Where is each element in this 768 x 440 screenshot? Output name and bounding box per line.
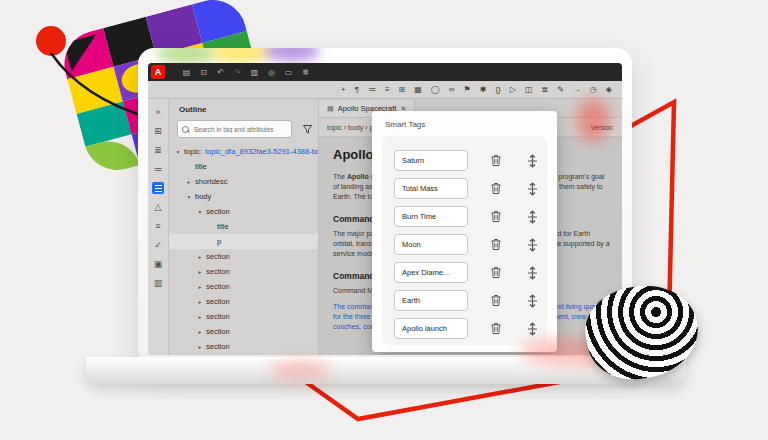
paragraph-icon[interactable]: ¶ [355,86,359,94]
tag-name-input[interactable]: Saturn [394,150,468,171]
move-vertical-icon [526,322,539,336]
tree-item[interactable]: title [169,219,318,234]
bezel-color-bleed [264,48,320,61]
insert-icon[interactable]: + [341,86,346,94]
crop-icon[interactable]: ▭ [283,68,294,77]
structure-icon[interactable]: ≣ [541,86,548,94]
search-input[interactable] [192,125,287,134]
tree-item[interactable]: ▸ section [169,279,318,294]
flag-icon[interactable]: ⚑ [464,86,471,94]
tree-caret-icon[interactable]: ▸ [197,329,203,335]
tree-caret-icon[interactable]: ▸ [197,344,203,350]
list-view-icon[interactable]: ≔ [154,163,163,175]
smart-tag-row: Saturn [394,150,547,171]
undo-icon[interactable]: ↶ [215,68,226,77]
reorder-tag-handle[interactable] [526,154,539,168]
layers-icon[interactable]: ≣ [154,144,162,156]
reorder-tag-handle[interactable] [526,238,539,252]
reorder-tag-handle[interactable] [526,322,539,336]
smart-tag-row: Apex Diame... [394,262,547,283]
bullet-list-icon[interactable]: ≡ [385,86,390,94]
record-icon[interactable]: ◯ [431,86,440,94]
tag-name-input[interactable]: Apex Diame... [394,262,468,283]
trash-icon [490,238,502,251]
link-icon[interactable]: ∞ [449,86,455,94]
tree-item[interactable]: ▸ section [169,309,318,324]
tree-caret-icon[interactable]: ▾ [175,149,181,155]
reorder-tag-handle[interactable] [526,210,539,224]
move-vertical-icon [526,294,539,308]
tree-item[interactable]: p [169,234,318,249]
tree-caret-icon[interactable]: ▸ [186,179,192,185]
outline-panel: Outline [169,99,319,355]
tree-caret-icon[interactable]: ▾ [186,194,192,200]
table-icon[interactable]: ⊞ [399,86,406,94]
filter-button[interactable] [300,125,314,134]
image-panel-icon[interactable]: ▣ [154,258,163,270]
breadcrumb[interactable]: topic › body › p [327,124,373,131]
tree-caret-icon[interactable]: ▾ [197,209,203,215]
reorder-tag-handle[interactable] [526,266,539,280]
code-icon[interactable]: {} [495,86,500,94]
media-icon[interactable]: ▷ [510,86,516,94]
grid-view-icon[interactable]: ⊞ [154,125,162,137]
image-icon[interactable]: ▦ [414,86,422,94]
history-icon[interactable]: ◷ [590,86,597,94]
adobe-logo: A [151,65,165,79]
bezel-color-bleed [156,48,216,64]
edit-icon[interactable]: ✎ [557,86,564,94]
delete-tag-button[interactable] [490,238,502,251]
tree-item[interactable]: ▸ shortdesc [169,174,318,189]
tree-caret-icon[interactable]: ▸ [197,314,203,320]
review-check-icon[interactable]: ✓ [154,239,162,251]
search-icon[interactable]: ◎ [266,68,277,77]
move-vertical-icon [526,210,539,224]
tree-item[interactable]: ▾ section [169,204,318,219]
indent-icon[interactable]: → [573,86,581,94]
trash-icon [490,294,502,307]
tree-caret-icon[interactable]: ▸ [197,269,203,275]
tag-name-input[interactable]: Burn Time [394,206,468,227]
numbered-list-icon[interactable]: ≔ [368,86,376,94]
redo-icon[interactable]: ↷ [232,68,243,77]
delete-tag-button[interactable] [490,154,502,167]
tag-name-input[interactable]: Moon [394,234,468,255]
move-vertical-icon [526,182,539,196]
tree-item[interactable]: ▸ section [169,249,318,264]
tree-item[interactable]: ▸ section [169,264,318,279]
tree-item[interactable]: ▸ section [169,324,318,339]
tree-caret-icon[interactable]: ▸ [197,284,203,290]
paste-icon[interactable]: ▥ [249,68,260,77]
delete-tag-button[interactable] [490,294,502,307]
book-panel-icon[interactable]: ▥ [154,277,163,289]
smart-tags-dialog: Smart Tags Saturn [372,111,557,352]
save-icon[interactable]: ▤ [181,68,192,77]
open-icon[interactable]: ⊡ [198,68,209,77]
component-icon[interactable]: ◫ [525,86,533,94]
settings-icon[interactable]: ✲ [300,68,311,77]
shapes-icon[interactable]: △ [155,201,162,213]
tag-name-input[interactable]: Earth [394,290,468,311]
reorder-tag-handle[interactable] [526,294,539,308]
tree-caret-icon[interactable]: ▸ [197,299,203,305]
tree-caret-icon[interactable]: ▸ [197,254,203,260]
reorder-tag-handle[interactable] [526,182,539,196]
delete-tag-button[interactable] [490,322,502,335]
collapse-panel-icon[interactable]: » [155,106,160,118]
tree-item[interactable]: ▸ section [169,294,318,309]
lines-icon[interactable]: ≡ [155,220,160,232]
delete-tag-button[interactable] [490,266,502,279]
tag-name-input[interactable]: Total Mass [394,178,468,199]
delete-tag-button[interactable] [490,182,502,195]
footnote-icon[interactable]: ✱ [480,86,487,94]
tree-item[interactable]: ▾ body [169,189,318,204]
tree-item[interactable]: ▸ section [169,339,318,354]
tree-item[interactable]: title [169,159,318,174]
outline-view-icon[interactable] [152,182,164,194]
tag-name-input[interactable]: Apollo launch [394,318,468,339]
smart-tag-row: Moon [394,234,547,255]
tag-icon[interactable]: ◈ [606,86,612,94]
tree-item[interactable]: ▾ topic: topic_dfa_8932fae3-5291-4388-bd… [169,144,318,159]
red-balloon-decoration [36,26,66,56]
delete-tag-button[interactable] [490,210,502,223]
